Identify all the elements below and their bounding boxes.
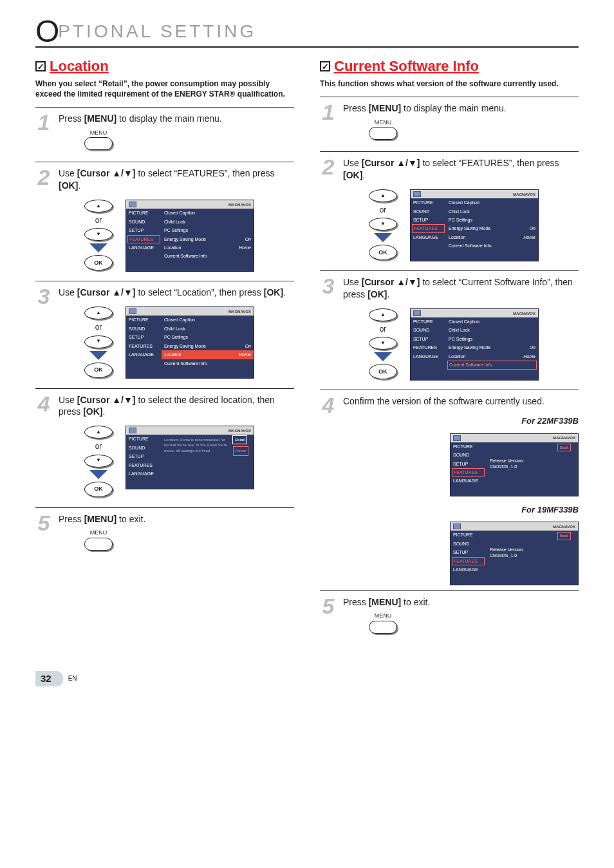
step-text: Use [Cursor ▲/▼] to select “FEATURES”, t…	[59, 167, 294, 192]
text-bold: [MENU]	[369, 597, 402, 607]
text-bold: [Cursor ▲/▼]	[77, 168, 136, 178]
right-column: ✓ Current Software Info This function sh…	[320, 57, 579, 645]
text-bold: [OK]	[83, 406, 102, 417]
triangle-down-icon	[89, 351, 107, 360]
text-bold: [Cursor ▲/▼]	[362, 158, 420, 168]
text-bold: [MENU]	[84, 514, 117, 524]
osd-left-item: SOUND	[411, 326, 446, 334]
osd-row: Child Lock	[162, 325, 254, 333]
tv-icon	[453, 435, 461, 441]
text: to select “Location”, then press	[136, 287, 264, 297]
up-button-icon: ▲	[84, 200, 113, 212]
osd-left-item: PICTURE	[126, 435, 162, 443]
triangle-down-icon	[89, 243, 107, 252]
step-2: 2 Use [Cursor ▲/▼] to select “FEATURES”,…	[35, 167, 294, 276]
osd-row: Current Software Info	[162, 252, 254, 260]
tv-icon	[413, 191, 421, 197]
menu-button-graphic: MENU	[369, 612, 579, 633]
osd-left-item: LANGUAGE	[451, 476, 486, 485]
text: Press	[343, 597, 369, 607]
step-5: 5 Press [MENU] to exit. MENU	[35, 513, 294, 557]
osd-mid-menu: Closed CaptionChild LockPC SettingsEnerg…	[162, 209, 254, 261]
osd-left-menu: PICTURESOUNDSETUPFEATURESLANGUAGE	[126, 209, 162, 261]
osd-row: Closed Caption	[162, 316, 254, 324]
osd-row: Current Software Info	[162, 359, 254, 368]
down-button-icon: ▼	[84, 455, 113, 467]
ok-button-icon: OK	[84, 482, 113, 497]
text-bold: [MENU]	[84, 113, 117, 124]
version-text: Release Version: CM22DS_1.0	[486, 451, 556, 476]
tv-icon	[129, 308, 136, 314]
osd-left-item: PICTURE	[411, 198, 446, 207]
step-text: Use [Cursor ▲/▼] to select “Current Soft…	[343, 276, 579, 301]
arrow-up-icon: ▲	[96, 429, 101, 436]
brand-label: MAGNAVOX	[553, 524, 575, 529]
osd-left-menu: PICTURESOUNDSETUPFEATURESLANGUAGE	[451, 442, 486, 486]
step-5: 5 Press [MENU] to exit. MENU	[320, 596, 579, 640]
osd-mid-menu: Release Version: CM22DS_1.0	[486, 442, 556, 486]
text: .	[283, 287, 286, 297]
divider	[320, 590, 579, 591]
or-label: or	[95, 441, 102, 451]
osd-row: Closed Caption	[446, 198, 538, 207]
osd-right: Back	[556, 531, 578, 574]
page-number: 32	[35, 671, 63, 686]
left-column: ✓ Location When you select “Retail”, the…	[35, 57, 294, 645]
text-bold: [Cursor ▲/▼]	[77, 395, 136, 405]
divider	[35, 107, 294, 108]
step-text: Confirm the version of the software curr…	[343, 395, 579, 408]
divider	[320, 97, 579, 97]
step-number: 1	[35, 113, 52, 156]
text-bold: [Cursor ▲/▼]	[362, 277, 420, 287]
section-subtitle-location: When you select “Retail”, the power cons…	[35, 79, 294, 99]
model-label-a: For 22MF339B	[343, 415, 579, 427]
step-number: 3	[320, 276, 337, 384]
brand-label: MAGNAVOX	[228, 202, 251, 207]
remote-graphic: ▲ or ▼ OK	[369, 308, 397, 379]
menu-button-graphic: MENU	[84, 129, 294, 150]
osd-left-menu: PICTURESOUNDSETUPFEATURESLANGUAGE	[451, 531, 486, 574]
text: to display the main menu.	[401, 103, 506, 113]
step-number: 4	[320, 395, 337, 585]
triangle-down-icon	[89, 470, 107, 479]
step-text: Use [Cursor ▲/▼] to select “Location”, t…	[59, 287, 294, 299]
menu-button-graphic: MENU	[369, 118, 579, 140]
section-title-software: Current Software Info	[334, 57, 479, 76]
menu-button-icon	[84, 538, 113, 551]
osd-left-item: SETUP	[126, 333, 162, 341]
text: to exit.	[116, 514, 145, 524]
menu-button-graphic: MENU	[84, 529, 294, 550]
osd-left-item: SOUND	[451, 540, 486, 548]
osd-left-item: FEATURES	[452, 468, 485, 476]
osd-left-item: PICTURE	[411, 317, 446, 326]
osd-row: Closed Caption	[162, 209, 254, 217]
osd-left-item: SETUP	[411, 335, 446, 343]
down-button-icon: ▼	[369, 218, 397, 231]
osd-left-item: PICTURE	[126, 316, 162, 324]
osd-right-options: Retail Home	[232, 435, 254, 478]
or-label: or	[380, 205, 387, 215]
osd-left-item: PICTURE	[451, 442, 486, 451]
osd-left-item: LANGUAGE	[411, 233, 446, 241]
up-button-icon: ▲	[84, 426, 113, 439]
divider	[320, 390, 579, 390]
osd-description: Location Home is recommended for normal …	[162, 435, 232, 455]
version-text: Release Version: CM19DS_1.0	[486, 540, 556, 565]
osd-left-item: SOUND	[411, 207, 446, 216]
menu-label: MENU	[84, 129, 113, 137]
menu-button-icon	[369, 127, 397, 140]
osd-features-menu: MAGNAVOX PICTURESOUNDSETUPFEATURESLANGUA…	[410, 189, 539, 261]
version-value: CM22DS_1.0	[490, 464, 517, 469]
text: to display the main menu.	[116, 113, 221, 124]
osd-row: PC Settings	[162, 226, 254, 234]
osd-swinfo-menu: MAGNAVOX PICTURESOUNDSETUPFEATURESLANGUA…	[410, 308, 539, 381]
divider	[35, 162, 294, 162]
step-text: Press [MENU] to exit.	[343, 596, 579, 609]
arrow-up-icon: ▲	[380, 193, 386, 200]
osd-left-menu: PICTURESOUNDSETUPFEATURESLANGUAGE	[411, 317, 446, 370]
osd-row: Energy Saving ModeOn	[446, 224, 538, 232]
or-label: or	[95, 215, 102, 225]
section-subtitle-software: This function shows what version of the …	[320, 79, 579, 89]
osd-left-menu: PICTURESOUNDSETUPFEATURESLANGUAGE	[126, 435, 162, 478]
text: to select “FEATURES”, then press	[420, 158, 559, 168]
